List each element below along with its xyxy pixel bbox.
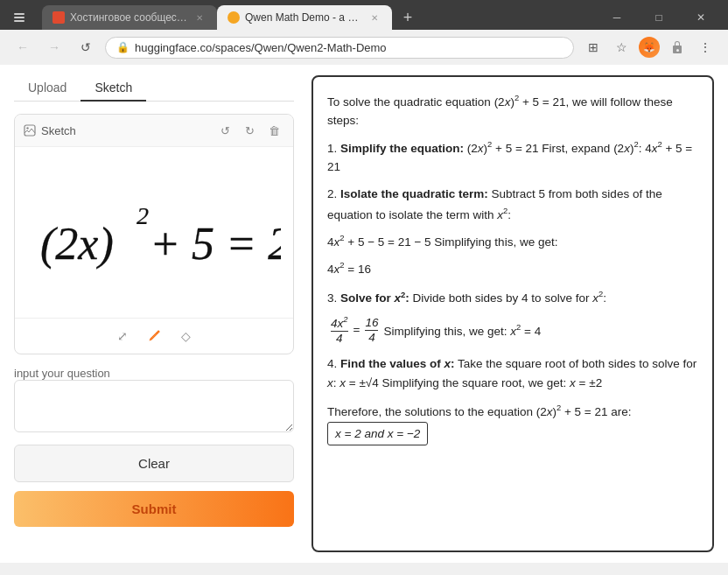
minimize-button[interactable]: ─ [597, 5, 637, 30]
draw-tool-button[interactable] [142, 324, 166, 348]
browser-chrome: Хостинговое сообщество «Ti» ✕ Qwen Math … [0, 0, 728, 65]
back-button[interactable]: ← [10, 35, 35, 60]
profile-avatar[interactable]: 🦊 [637, 35, 662, 60]
user-avatar: 🦊 [639, 37, 660, 58]
tab-1-title: Хостинговое сообщество «Ti» [70, 11, 187, 24]
bookmark-icon[interactable]: ☆ [609, 35, 634, 60]
step-3: 3. Solve for x2: Divide both sides by 4 … [327, 287, 698, 346]
solution-text: To solve the quadratic equation (2x)2 + … [327, 91, 698, 445]
submit-button[interactable]: Submit [14, 491, 294, 527]
security-lock-icon: 🔒 [116, 41, 130, 53]
image-icon [24, 124, 36, 137]
tab-1-favicon [52, 11, 65, 24]
left-panel: Upload Sketch Sketch ↺ ↻ 🗑 [14, 75, 294, 552]
page-content: Upload Sketch Sketch ↺ ↻ 🗑 [0, 65, 728, 563]
sketch-bottom-tools: ⤢ ◇ [15, 318, 293, 354]
question-section: input your question [14, 363, 294, 436]
panel-tab-switcher: Upload Sketch [14, 75, 294, 102]
browser-menu-btn[interactable] [7, 5, 32, 30]
close-button[interactable]: ✕ [681, 5, 721, 30]
sketch-label-text: Sketch [41, 124, 76, 137]
extensions-icon[interactable] [665, 35, 690, 60]
tab-upload[interactable]: Upload [14, 75, 80, 102]
crop-tool-button[interactable]: ⤢ [110, 324, 135, 348]
sketch-header: Sketch ↺ ↻ 🗑 [15, 115, 293, 147]
question-input[interactable] [14, 380, 294, 432]
cast-icon[interactable]: ⊞ [581, 35, 606, 60]
svg-text:2: 2 [136, 202, 149, 229]
refresh-button[interactable]: ↺ [74, 35, 98, 60]
sketch-canvas[interactable]: (2x) 2 + 5 = 21 [15, 147, 293, 318]
sketch-label: Sketch [24, 124, 76, 137]
tab-sketch[interactable]: Sketch [80, 75, 146, 102]
url-text: huggingface.co/spaces/Qwen/Qwen2-Math-De… [135, 41, 563, 54]
tab-2[interactable]: Qwen Math Demo - a Hugging ✕ [217, 5, 392, 30]
delete-sketch-button[interactable]: 🗑 [263, 120, 284, 141]
step-1: 1. Simplify the equation: (2x)2 + 5 = 21… [327, 137, 698, 177]
clear-button[interactable]: Clear [14, 445, 294, 482]
tab-1-close[interactable]: ✕ [192, 11, 206, 25]
undo-button[interactable]: ↺ [214, 120, 235, 141]
tab-1[interactable]: Хостинговое сообщество «Ti» ✕ [42, 5, 217, 30]
tab-bar: Хостинговое сообщество «Ti» ✕ Qwen Math … [35, 5, 593, 30]
eraser-tool-button[interactable]: ◇ [173, 324, 198, 348]
sketch-tools: ↺ ↻ 🗑 [214, 120, 284, 141]
title-bar: Хостинговое сообщество «Ti» ✕ Qwen Math … [0, 0, 728, 30]
redo-button[interactable]: ↻ [239, 120, 260, 141]
step-2: 2. Isolate the quadratic term: Subtract … [327, 185, 698, 278]
tab-2-title: Qwen Math Demo - a Hugging [245, 11, 362, 24]
svg-point-4 [26, 127, 28, 129]
new-tab-button[interactable]: + [396, 5, 420, 30]
address-bar: ← → ↺ 🔒 huggingface.co/spaces/Qwen/Qwen2… [0, 30, 728, 65]
svg-rect-0 [14, 13, 24, 15]
math-handwriting-svg: (2x) 2 + 5 = 21 [27, 163, 281, 303]
menu-icon[interactable]: ⋮ [693, 35, 718, 60]
solution-panel: To solve the quadratic equation (2x)2 + … [312, 75, 714, 552]
pencil-icon [147, 329, 161, 343]
toolbar-icons: ⊞ ☆ 🦊 ⋮ [581, 35, 718, 60]
tab-2-favicon [228, 11, 240, 24]
step-4: 4. Find the values of x: Take the square… [327, 354, 698, 392]
solution-intro: To solve the quadratic equation (2x)2 + … [327, 91, 698, 130]
window-controls: ─ □ ✕ [597, 5, 721, 30]
svg-text:(2x): (2x) [40, 219, 114, 270]
svg-rect-1 [14, 17, 24, 18]
forward-button[interactable]: → [42, 35, 66, 60]
answer-box: x = 2 and x = −2 [327, 422, 428, 446]
maximize-button[interactable]: □ [639, 5, 679, 30]
solution-conclusion: Therefore, the solutions to the equation… [327, 401, 698, 445]
sketch-container: Sketch ↺ ↻ 🗑 (2x) 2 + 5 = 21 ⤢ [14, 114, 294, 354]
question-label: input your question [14, 367, 294, 380]
svg-rect-2 [14, 20, 24, 22]
tab-2-close[interactable]: ✕ [368, 11, 382, 25]
svg-text:+ 5 = 21: + 5 = 21 [150, 219, 281, 269]
url-bar[interactable]: 🔒 huggingface.co/spaces/Qwen/Qwen2-Math-… [105, 37, 574, 59]
